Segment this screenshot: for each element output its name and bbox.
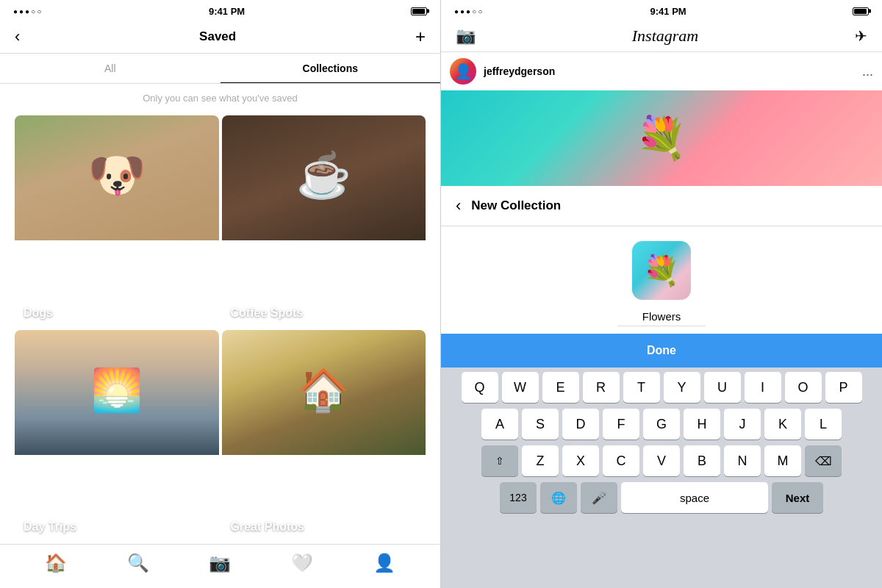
flower-section: 💐 xyxy=(441,226,882,334)
saved-header: ‹ Saved + xyxy=(0,21,440,54)
tab-collections[interactable]: Collections xyxy=(220,54,441,83)
dogs-thumbnail xyxy=(15,115,219,240)
key-k[interactable]: K xyxy=(764,409,801,440)
daytrips-thumbnail xyxy=(15,330,219,455)
delete-key[interactable]: ⌫ xyxy=(805,445,842,476)
send-icon[interactable]: ✈ xyxy=(855,27,867,45)
coffee-thumbnail xyxy=(222,115,426,240)
battery-right xyxy=(853,7,869,15)
avatar: 👤 xyxy=(450,58,476,85)
tabs-bar: All Collections xyxy=(0,54,440,84)
keyboard-row-4: 123 🌐 🎤 space Next xyxy=(441,482,882,513)
new-collection-title: New Collection xyxy=(471,198,561,213)
collection-name-input[interactable] xyxy=(617,307,706,326)
keyboard-row-3: ⇧ Z X C V B N M ⌫ xyxy=(441,445,882,476)
list-item[interactable]: Dogs xyxy=(15,115,219,327)
nav-search-icon[interactable]: 🔍 xyxy=(127,553,149,573)
list-item[interactable]: Day Trips xyxy=(15,330,219,542)
key-r[interactable]: R xyxy=(583,372,620,403)
next-key[interactable]: Next xyxy=(772,482,823,513)
collection-grid: Dogs Coffee Spots Day Trips Great Photos xyxy=(0,112,440,544)
status-bar-left: ●●●○○ 9:41 PM xyxy=(0,0,440,21)
key-z[interactable]: Z xyxy=(522,445,559,476)
great-thumbnail xyxy=(222,330,426,455)
bottom-nav: 🏠 🔍 📷 🤍 👤 xyxy=(0,544,440,588)
globe-key[interactable]: 🌐 xyxy=(540,482,577,513)
key-h[interactable]: H xyxy=(684,409,720,440)
nav-home-icon[interactable]: 🏠 xyxy=(45,553,67,573)
numbers-key[interactable]: 123 xyxy=(500,482,537,513)
flower-icon: 💐 xyxy=(643,254,680,288)
instagram-header: 📷 Instagram ✈ xyxy=(441,21,882,52)
left-phone: ●●●○○ 9:41 PM ‹ Saved + All Collections … xyxy=(0,0,441,588)
key-g[interactable]: G xyxy=(643,409,680,440)
key-e[interactable]: E xyxy=(542,372,579,403)
key-f[interactable]: F xyxy=(603,409,639,440)
keyboard-row-2: A S D F G H J K L xyxy=(441,409,882,440)
right-phone: ●●●○○ 9:41 PM 📷 Instagram ✈ 👤 jeffreydge… xyxy=(441,0,882,588)
flower-thumbnail: 💐 xyxy=(632,241,691,300)
instagram-logo: Instagram xyxy=(632,26,698,46)
status-bar-right: ●●●○○ 9:41 PM xyxy=(441,0,882,21)
space-key[interactable]: space xyxy=(621,482,768,513)
key-u[interactable]: U xyxy=(704,372,741,403)
add-button[interactable]: + xyxy=(415,26,426,47)
saved-subtitle: Only you can see what you've saved xyxy=(0,84,440,112)
collection-name-coffee: Coffee Spots xyxy=(231,306,304,320)
key-c[interactable]: C xyxy=(603,445,639,476)
keyboard-row-1: Q W E R T Y U I O P xyxy=(441,372,882,403)
nav-profile-icon[interactable]: 👤 xyxy=(373,553,395,573)
collection-name-dogs: Dogs xyxy=(24,306,53,320)
key-l[interactable]: L xyxy=(805,409,842,440)
username[interactable]: jeffreydgerson xyxy=(484,65,855,77)
list-item[interactable]: Coffee Spots xyxy=(222,115,426,327)
post-user-row: 👤 jeffreydgerson ... xyxy=(441,52,882,90)
keyboard: Q W E R T Y U I O P A S D F G H J K L ⇧ … xyxy=(441,368,882,588)
key-t[interactable]: T xyxy=(623,372,660,403)
key-p[interactable]: P xyxy=(825,372,862,403)
key-i[interactable]: I xyxy=(745,372,781,403)
key-m[interactable]: M xyxy=(764,445,801,476)
new-collection-back-button[interactable]: ‹ xyxy=(456,196,461,215)
camera-icon[interactable]: 📷 xyxy=(456,26,476,46)
battery-left xyxy=(411,7,427,15)
key-j[interactable]: J xyxy=(724,409,761,440)
new-collection-header: ‹ New Collection xyxy=(441,186,882,226)
time-right: 9:41 PM xyxy=(650,6,686,17)
signal-dots: ●●●○○ xyxy=(13,7,43,15)
nav-camera-icon[interactable]: 📷 xyxy=(209,553,231,573)
post-image: 💐 xyxy=(441,90,882,186)
shift-key[interactable]: ⇧ xyxy=(481,445,518,476)
key-b[interactable]: B xyxy=(684,445,720,476)
more-options-button[interactable]: ... xyxy=(862,64,873,79)
page-title: Saved xyxy=(199,29,236,44)
key-d[interactable]: D xyxy=(562,409,599,440)
key-q[interactable]: Q xyxy=(462,372,498,403)
key-s[interactable]: S xyxy=(522,409,559,440)
collection-name-daytrips: Day Trips xyxy=(24,520,76,534)
tab-all[interactable]: All xyxy=(0,54,220,83)
back-button[interactable]: ‹ xyxy=(15,27,20,46)
key-a[interactable]: A xyxy=(481,409,518,440)
key-v[interactable]: V xyxy=(643,445,680,476)
key-x[interactable]: X xyxy=(562,445,599,476)
microphone-key[interactable]: 🎤 xyxy=(581,482,617,513)
done-button[interactable]: Done xyxy=(441,334,882,368)
list-item[interactable]: Great Photos xyxy=(222,330,426,542)
post-image-icon: 💐 xyxy=(636,114,687,162)
key-o[interactable]: O xyxy=(785,372,822,403)
signal-dots-right: ●●●○○ xyxy=(454,7,484,15)
key-y[interactable]: Y xyxy=(664,372,700,403)
key-w[interactable]: W xyxy=(502,372,539,403)
time-left: 9:41 PM xyxy=(209,6,245,17)
nav-heart-icon[interactable]: 🤍 xyxy=(291,553,313,573)
key-n[interactable]: N xyxy=(724,445,761,476)
collection-name-great: Great Photos xyxy=(231,520,304,534)
